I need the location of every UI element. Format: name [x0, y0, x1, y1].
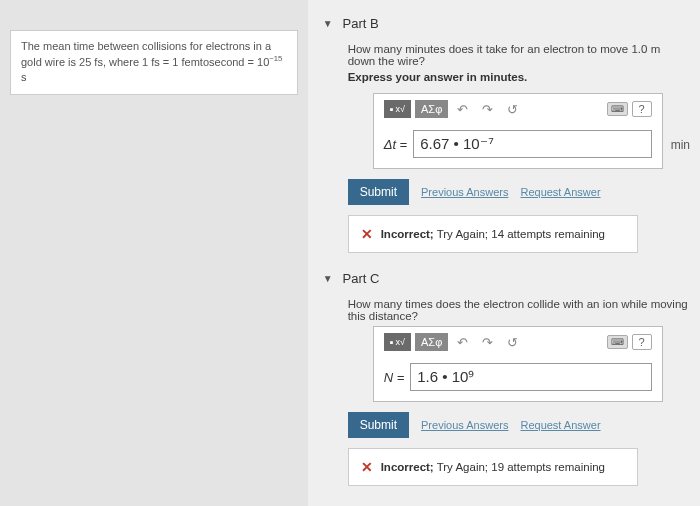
info-unit: s — [21, 71, 27, 83]
help-button[interactable]: ? — [632, 334, 652, 350]
part-b-feedback: ✕ Incorrect; Try Again; 14 attempts rema… — [348, 215, 638, 253]
reset-icon[interactable]: ↺ — [502, 335, 523, 350]
caret-down-icon: ▼ — [323, 273, 333, 284]
redo-icon[interactable]: ↷ — [477, 335, 498, 350]
part-c-title: Part C — [343, 271, 380, 286]
incorrect-icon: ✕ — [361, 226, 373, 242]
undo-icon[interactable]: ↶ — [452, 335, 473, 350]
info-value: 25 fs — [79, 56, 103, 68]
problem-info: The mean time between collisions for ele… — [10, 30, 298, 95]
templates-button[interactable]: ΑΣφ — [415, 100, 448, 118]
part-b-variable: Δt = — [384, 137, 408, 152]
part-b-title: Part B — [343, 16, 379, 31]
format-button[interactable]: ▪ x√ — [384, 100, 411, 118]
caret-down-icon: ▼ — [323, 18, 333, 29]
part-c-header[interactable]: ▼ Part C — [323, 271, 690, 286]
left-panel: The mean time between collisions for ele… — [0, 0, 308, 506]
format-button[interactable]: ▪ x√ — [384, 333, 411, 351]
part-c-feedback: ✕ Incorrect; Try Again; 19 attempts rema… — [348, 448, 638, 486]
part-b-feedback-text: Incorrect; Try Again; 14 attempts remain… — [381, 228, 605, 240]
info-mid: , where 1 fs = 1 femtosecond = — [103, 56, 257, 68]
keyboard-icon[interactable]: ⌨ — [607, 335, 628, 349]
part-c-toolbar: ▪ x√ ΑΣφ ↶ ↷ ↺ ⌨ ? — [374, 327, 662, 357]
part-b-toolbar: ▪ x√ ΑΣφ ↶ ↷ ↺ ⌨ ? — [374, 94, 662, 124]
part-b-instruction: Express your answer in minutes. — [348, 71, 690, 83]
part-b-input[interactable] — [413, 130, 651, 158]
part-b-answer-box: ▪ x√ ΑΣφ ↶ ↷ ↺ ⌨ ? Δt = — [373, 93, 663, 169]
part-b-question: How many minutes does it take for an ele… — [348, 43, 690, 67]
part-c-previous-answers-link[interactable]: Previous Answers — [421, 419, 508, 431]
part-b-submit-button[interactable]: Submit — [348, 179, 409, 205]
part-b-submit-row: Submit Previous Answers Request Answer — [348, 179, 690, 205]
info-sup: −15 — [269, 54, 282, 63]
part-c-answer-box: ▪ x√ ΑΣφ ↶ ↷ ↺ ⌨ ? N = — [373, 326, 663, 402]
right-panel: ▼ Part B How many minutes does it take f… — [308, 0, 700, 506]
part-c-question: How many times does the electron collide… — [348, 298, 690, 322]
part-c-input[interactable] — [410, 363, 651, 391]
info-base: 10 — [257, 56, 269, 68]
templates-button[interactable]: ΑΣφ — [415, 333, 448, 351]
part-b-header[interactable]: ▼ Part B — [323, 16, 690, 31]
incorrect-icon: ✕ — [361, 459, 373, 475]
part-c-feedback-text: Incorrect; Try Again; 19 attempts remain… — [381, 461, 605, 473]
part-b-request-answer-link[interactable]: Request Answer — [520, 186, 600, 198]
redo-icon[interactable]: ↷ — [477, 102, 498, 117]
part-c-submit-row: Submit Previous Answers Request Answer — [348, 412, 690, 438]
reset-icon[interactable]: ↺ — [502, 102, 523, 117]
part-b-unit: min — [671, 138, 690, 152]
part-c-submit-button[interactable]: Submit — [348, 412, 409, 438]
help-button[interactable]: ? — [632, 101, 652, 117]
keyboard-icon[interactable]: ⌨ — [607, 102, 628, 116]
part-c-variable: N = — [384, 370, 405, 385]
part-b-previous-answers-link[interactable]: Previous Answers — [421, 186, 508, 198]
undo-icon[interactable]: ↶ — [452, 102, 473, 117]
part-c-request-answer-link[interactable]: Request Answer — [520, 419, 600, 431]
